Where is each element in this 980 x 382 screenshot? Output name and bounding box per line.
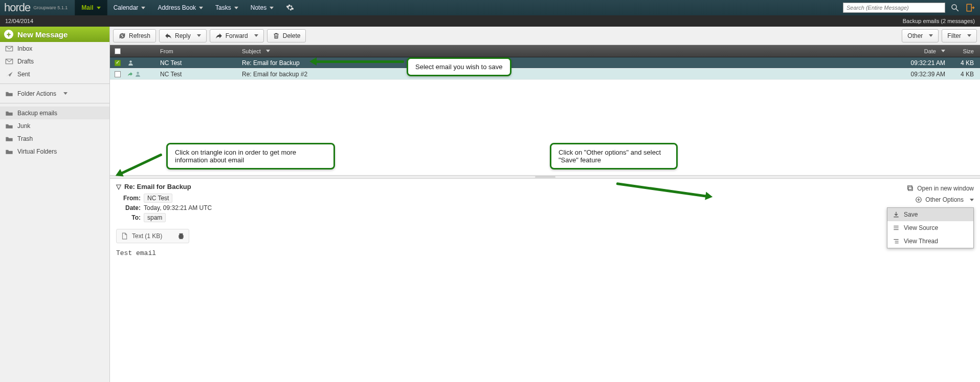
forward-button[interactable]: Forward	[210, 29, 264, 43]
folder-icon	[5, 91, 13, 97]
open-new-window-button[interactable]: Open in new window	[907, 183, 974, 194]
row-from: NC Test	[156, 71, 238, 78]
attachment-label: Text (1 KB)	[132, 232, 162, 240]
chevron-down-icon	[199, 7, 203, 9]
reply-button[interactable]: Reply	[159, 29, 207, 43]
preview-body: Test email	[116, 249, 974, 257]
menu-view-thread[interactable]: View Thread	[887, 235, 973, 248]
preview-subject: Re: Email for Backup	[124, 183, 191, 190]
search-input[interactable]	[843, 3, 945, 13]
list-icon	[893, 224, 900, 231]
folder-icon	[5, 136, 13, 142]
row-date: 09:32:39 AM	[873, 71, 949, 78]
column-from[interactable]: From	[156, 48, 238, 54]
chevron-down-icon	[970, 199, 974, 201]
sidebar-sent[interactable]: Sent	[0, 68, 109, 80]
content-area: Refresh Reply Forward Delete Other	[110, 27, 980, 382]
other-options-button[interactable]: Other Options	[907, 194, 974, 205]
window-icon	[907, 185, 914, 192]
nav-tasks[interactable]: Tasks	[209, 0, 244, 15]
row-size: 4 KB	[949, 71, 980, 78]
row-checkbox[interactable]	[115, 71, 121, 77]
row-size: 4 KB	[949, 59, 980, 67]
menu-view-source[interactable]: View Source	[887, 221, 973, 235]
chevron-down-icon	[254, 34, 258, 37]
column-size[interactable]: Size	[949, 48, 980, 54]
pane-splitter[interactable]	[110, 175, 980, 179]
sidebar-folder-actions[interactable]: Folder Actions	[0, 87, 109, 100]
column-date[interactable]: Date	[873, 48, 949, 54]
column-subject[interactable]: Subject	[238, 48, 873, 54]
from-label: From:	[116, 195, 141, 202]
forward-icon	[215, 32, 222, 39]
row-from: NC Test	[156, 59, 238, 67]
sidebar-folder-junk[interactable]: Junk	[0, 119, 109, 132]
message-row[interactable]: NC Test Re: Email for Backup 09:32:21 AM…	[110, 57, 980, 69]
new-message-label: New Message	[17, 30, 68, 39]
sent-icon	[5, 71, 13, 77]
chevron-down-icon	[197, 34, 201, 37]
inbox-icon	[5, 46, 13, 52]
download-icon[interactable]	[166, 232, 173, 240]
folder-icon	[5, 110, 13, 116]
search-button[interactable]	[949, 2, 961, 13]
nav-mail[interactable]: Mail	[75, 0, 106, 15]
row-checkbox[interactable]	[115, 60, 121, 66]
search-icon	[950, 3, 960, 12]
message-preview: ▽ Re: Email for Backup From: NC Test Dat…	[110, 179, 980, 382]
preview-from[interactable]: NC Test	[144, 194, 172, 203]
app-logo: horde	[0, 1, 33, 14]
chevron-down-icon	[929, 34, 933, 37]
chevron-down-icon	[97, 7, 101, 9]
trash-icon	[273, 32, 280, 39]
message-row[interactable]: NC Test Re: Email for backup #2 09:32:39…	[110, 69, 980, 80]
sidebar-folder-trash[interactable]: Trash	[0, 132, 109, 145]
preview-to[interactable]: spam	[144, 213, 166, 222]
nav-settings[interactable]	[280, 0, 300, 15]
nav-calendar[interactable]: Calendar	[107, 0, 152, 15]
nav-notes[interactable]: Notes	[244, 0, 280, 15]
chevron-down-icon	[270, 7, 274, 9]
attachment-bar: Text (1 KB)	[116, 229, 189, 243]
app-suite-label: Groupware 5.1.1	[33, 5, 75, 10]
download-icon	[893, 211, 900, 218]
sidebar-drafts[interactable]: Drafts	[0, 55, 109, 68]
top-nav: horde Groupware 5.1.1 Mail Calendar Addr…	[0, 0, 980, 15]
chevron-down-icon	[941, 50, 945, 52]
drafts-icon	[5, 58, 13, 65]
menu-save[interactable]: Save	[887, 208, 973, 221]
annotation-arrow	[315, 60, 404, 63]
toggle-details-icon[interactable]: ▽	[116, 183, 121, 190]
callout-other-options: Click on "Other options" and select "Sav…	[550, 143, 678, 169]
svg-point-4	[137, 72, 139, 74]
callout-triangle: Click on triangle icon in order to get m…	[166, 143, 335, 169]
person-icon	[127, 59, 134, 66]
select-all-checkbox[interactable]	[110, 48, 125, 54]
replied-icon	[127, 71, 133, 77]
plus-circle-icon	[915, 196, 922, 203]
logout-icon	[966, 3, 975, 12]
nav-addressbook[interactable]: Address Book	[151, 0, 209, 15]
sidebar-inbox[interactable]: Inbox	[0, 42, 109, 55]
sidebar: + New Message Inbox Drafts Sent Folder A…	[0, 27, 110, 382]
folder-icon	[5, 148, 13, 155]
logout-button[interactable]	[965, 2, 976, 13]
person-icon	[135, 71, 141, 77]
filter-button[interactable]: Filter	[942, 29, 977, 43]
plus-icon: +	[4, 30, 13, 39]
to-label: To:	[116, 214, 141, 221]
status-date: 12/04/2014	[5, 18, 33, 24]
refresh-icon	[119, 32, 126, 39]
sidebar-folder-virtual[interactable]: Virtual Folders	[0, 145, 109, 158]
refresh-button[interactable]: Refresh	[113, 29, 156, 43]
svg-rect-2	[967, 4, 971, 11]
other-options-menu: Save View Source View Thread	[887, 207, 974, 248]
gear-icon	[286, 4, 294, 12]
print-icon[interactable]	[177, 232, 185, 240]
preview-date: Today, 09:32:21 AM UTC	[144, 204, 212, 211]
sidebar-folder-backup-emails[interactable]: Backup emails	[0, 107, 109, 119]
svg-point-3	[129, 60, 131, 62]
other-button[interactable]: Other	[902, 29, 939, 43]
delete-button[interactable]: Delete	[267, 29, 306, 43]
new-message-button[interactable]: + New Message	[0, 27, 109, 42]
